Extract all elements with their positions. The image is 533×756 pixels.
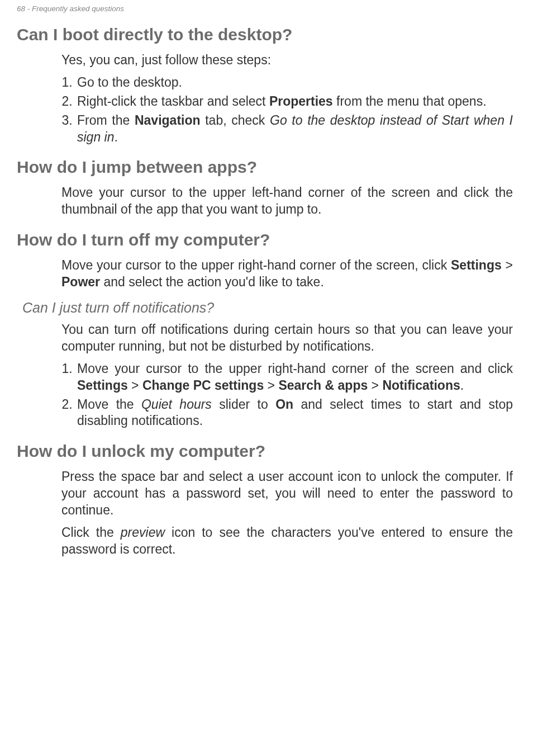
bold-text: Properties (269, 94, 333, 108)
section-body: Yes, you can, just follow these steps: G… (61, 52, 513, 145)
bold-text: On (275, 397, 293, 412)
text: > (368, 378, 382, 393)
text: > (128, 378, 142, 393)
step-text: tab, check (201, 113, 270, 127)
text: and select the action you'd like to take… (100, 275, 324, 289)
heading-unlock: How do I unlock my computer? (17, 442, 516, 461)
heading-jump-apps: How do I jump between apps? (17, 158, 516, 177)
step-text: Right-click the taskbar and select (77, 94, 269, 108)
bold-text: Search & apps (278, 378, 368, 393)
bold-text: Change PC settings (142, 378, 264, 393)
text: . (460, 378, 464, 393)
bold-text: Navigation (135, 113, 201, 127)
step-item: From the Navigation tab, check Go to the… (76, 112, 513, 146)
intro-text: Yes, you can, just follow these steps: (61, 52, 513, 69)
body-text: Press the space bar and select a user ac… (61, 469, 513, 519)
step-text: From the (77, 113, 135, 127)
section-body: You can turn off notifications during ce… (61, 322, 513, 429)
text: > (264, 378, 278, 393)
step-text: from the menu that opens. (333, 94, 487, 108)
italic-text: preview (121, 525, 165, 540)
section-body: Press the space bar and select a user ac… (61, 469, 513, 557)
subheading-notifications: Can I just turn off notifications? (22, 300, 516, 316)
step-text: Go to the desktop. (77, 75, 182, 89)
step-item: Move your cursor to the upper right-hand… (76, 361, 513, 394)
bold-text: Settings (451, 258, 502, 272)
steps-list: Go to the desktop. Right-click the taskb… (61, 74, 513, 146)
text: slider to (212, 397, 275, 412)
step-text: Move your cursor to the upper right-hand… (77, 361, 513, 376)
document-page: { "header": "68 - Frequently asked quest… (0, 0, 533, 586)
step-item: Right-click the taskbar and select Prope… (76, 93, 513, 110)
step-text: Move the (77, 397, 141, 412)
text: Move your cursor to the upper right-hand… (61, 258, 451, 272)
bold-text: Settings (77, 378, 128, 393)
italic-text: Quiet hours (141, 397, 212, 412)
section-body: Move your cursor to the upper left-hand … (61, 185, 513, 218)
body-text: You can turn off notifications during ce… (61, 322, 513, 355)
step-item: Move the Quiet hours slider to On and se… (76, 396, 513, 430)
body-text: Move your cursor to the upper left-hand … (61, 185, 513, 218)
section-body: Move your cursor to the upper right-hand… (61, 257, 513, 291)
text: > (502, 258, 513, 272)
bold-text: Notifications (382, 378, 460, 393)
bold-text: Power (61, 275, 100, 289)
heading-boot-desktop: Can I boot directly to the desktop? (17, 25, 516, 44)
body-text: Move your cursor to the upper right-hand… (61, 257, 513, 291)
page-header: 68 - Frequently asked questions (17, 4, 516, 13)
step-item: Go to the desktop. (76, 74, 513, 91)
step-text: . (114, 130, 117, 144)
heading-turn-off: How do I turn off my computer? (17, 230, 516, 249)
body-text: Click the preview icon to see the charac… (61, 525, 513, 558)
steps-list: Move your cursor to the upper right-hand… (61, 361, 513, 430)
text: Click the (61, 525, 121, 540)
